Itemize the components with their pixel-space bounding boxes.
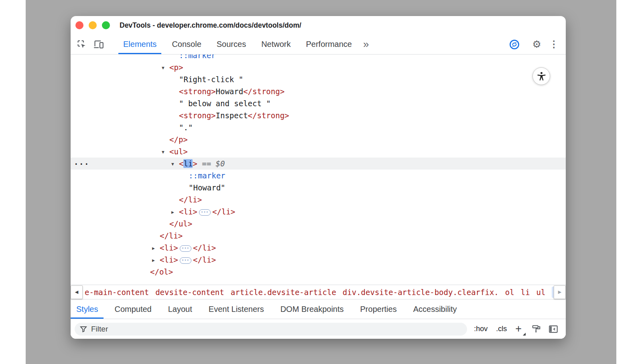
dom-tree-row[interactable]: "Right-click " [71,73,566,85]
panel-tab-event-listeners[interactable]: Event Listeners [203,299,270,319]
expand-arrow-icon[interactable]: ▶ [152,243,160,255]
toggle-element-state-button[interactable]: :hov [472,324,489,334]
collapse-arrow-icon[interactable]: ▼ [162,146,169,158]
dom-tree-row-selected[interactable]: ...▼<li> == $0 [71,158,566,170]
dom-token-meta: == [197,159,216,168]
accessibility-fab[interactable] [532,67,550,85]
toolbar-right-icons: ⚙ ⋮ [508,34,566,54]
sync-circle-icon[interactable] [508,38,521,51]
dom-token-tag: </li> [179,195,202,204]
dom-tree[interactable]: ::marker▼<p>"Right-click "<strong>Howard… [71,55,566,278]
dom-token-tag: > [193,159,197,168]
collapsed-content-icon[interactable]: ••• [199,209,211,216]
dom-token-tag: </p> [169,135,188,144]
tab-elements[interactable]: Elements [118,34,161,54]
dom-token-tag: <strong> [179,111,216,120]
element-classes-button[interactable]: .cls [494,324,508,334]
breadcrumb-item-li[interactable]: li [521,288,530,297]
dom-tree-row[interactable]: ▶<li>•••</li> [71,242,566,254]
expand-arrow-icon[interactable]: ▶ [171,206,179,218]
styles-toolbar: :hov .cls + [71,319,566,339]
elements-panel: ::marker▼<p>"Right-click "<strong>Howard… [71,55,566,285]
dom-tree-row[interactable]: ▼<p> [71,61,566,73]
breadcrumb-item-article-devsite-article[interactable]: article.devsite-article [231,288,336,297]
breadcrumb-item-ul[interactable]: ul [536,288,546,297]
dom-token-tag: </ul> [169,219,192,228]
dom-token-text: "Right-click " [179,75,243,84]
filter-funnel-icon [79,325,87,333]
panel-tab-layout[interactable]: Layout [163,299,198,319]
panel-tab-styles[interactable]: Styles [71,299,104,319]
dom-tree-row[interactable]: </ul> [71,218,566,230]
style-filter-input[interactable] [91,325,462,334]
style-filter-pill[interactable] [75,323,467,336]
settings-gear-icon[interactable]: ⚙ [532,39,541,49]
dom-token-tag: <li> [160,255,178,264]
overflow-menu-icon[interactable]: ⋮ [549,40,559,49]
breadcrumb-scroll-left-icon[interactable]: ◀ [71,285,83,299]
tab-console[interactable]: Console [167,34,206,54]
dom-tree-row[interactable]: ▶<li>•••</li> [71,254,566,266]
dom-token-pseudo: ::marker [189,171,226,180]
dom-tree-row[interactable]: "Howard" [71,182,566,194]
panel-tab-properties[interactable]: Properties [355,299,402,319]
collapse-arrow-icon[interactable]: ▼ [162,62,169,74]
dom-tree-row[interactable]: <strong>Howard</strong> [71,85,566,97]
dom-token-var: $0 [216,159,225,168]
device-toolbar-icon[interactable] [91,38,105,51]
dom-tree-row[interactable]: ::marker [71,55,566,61]
panel-tab-computed[interactable]: Computed [109,299,157,319]
dom-tree-row[interactable]: </li> [71,230,566,242]
dom-token-tag: <li> [160,243,178,252]
minimize-button[interactable] [89,21,97,29]
breadcrumb-item-div-devsite-article-body-clearfix[interactable]: div.devsite-article-body.clearfix. [343,288,499,297]
dom-token-tag: </li> [212,207,235,216]
inspect-element-icon[interactable] [75,38,88,51]
dom-token-tag: </strong> [248,111,289,120]
tab-performance[interactable]: Performance [301,34,357,54]
dom-token-text: Inspect [216,111,248,120]
toggle-sidebar-icon[interactable] [547,323,559,335]
panel-tab-dom-breakpoints[interactable]: DOM Breakpoints [275,299,349,319]
window-title: DevTools - developer.chrome.com/docs/dev… [120,21,301,30]
dom-tree-row[interactable]: </ol> [71,266,566,278]
dom-token-tag: <ul> [169,147,188,156]
new-style-rule-button[interactable]: + [514,324,525,334]
dom-token-tag: < [179,159,183,168]
collapse-arrow-icon[interactable]: ▼ [171,158,179,170]
page-background: DevTools - developer.chrome.com/docs/dev… [26,0,616,364]
breadcrumb-item-ol[interactable]: ol [505,288,514,297]
breadcrumb-scroll-right-icon[interactable]: ▶ [554,285,566,299]
breadcrumb-bar: ◀ e-main-contentdevsite-contentarticle.d… [71,285,566,299]
collapsed-content-icon[interactable]: ••• [180,245,191,252]
dom-tree-row[interactable]: "." [71,121,566,133]
tab-network[interactable]: Network [256,34,295,54]
close-button[interactable] [75,21,83,29]
collapsed-content-icon[interactable]: ••• [180,257,191,264]
dom-tree-row[interactable]: </p> [71,133,566,146]
dom-tree-row[interactable]: ▶<li>•••</li> [71,206,566,218]
dom-tree-row[interactable]: ::marker [71,170,566,182]
dom-token-pseudo: ::marker [179,55,216,60]
paint-roller-icon[interactable] [530,323,542,335]
more-tabs-icon[interactable]: » [363,34,369,54]
breadcrumb-item-devsite-content[interactable]: devsite-content [155,288,224,297]
title-bar: DevTools - developer.chrome.com/docs/dev… [71,16,566,34]
panel-tab-accessibility[interactable]: Accessibility [408,299,463,319]
expand-arrow-icon[interactable]: ▶ [152,255,160,267]
dom-tree-row[interactable]: <strong>Inspect</strong> [71,109,566,121]
breadcrumb-item-e-main-content[interactable]: e-main-content [85,288,149,297]
dom-token-tag: <li> [179,207,197,216]
dom-token-text: "." [179,123,193,132]
dom-tree-row[interactable]: " below and select " [71,97,566,109]
tab-sources[interactable]: Sources [212,34,251,54]
dom-tree-row[interactable]: </li> [71,194,566,206]
sidebar-panel-tabs: StylesComputedLayoutEvent ListenersDOM B… [71,299,566,319]
dom-token-tag: </li> [160,231,183,240]
breadcrumb: e-main-contentdevsite-contentarticle.dev… [83,287,554,298]
row-more-actions-icon[interactable]: ... [74,156,89,168]
maximize-button[interactable] [102,21,110,29]
dom-token-seltag[interactable]: li [183,159,193,168]
devtools-toolbar: ElementsConsoleSourcesNetworkPerformance… [71,34,566,55]
dom-tree-row[interactable]: ▼<ul> [71,146,566,158]
